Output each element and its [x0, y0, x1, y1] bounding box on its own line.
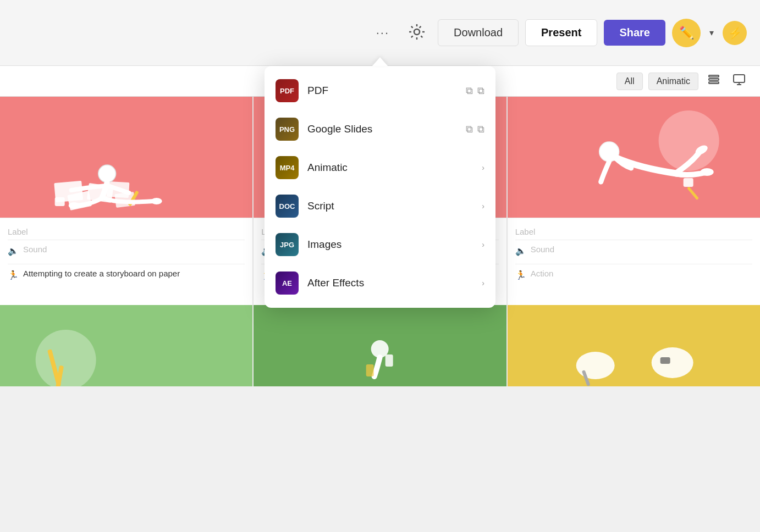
svg-rect-35: [660, 357, 670, 364]
card-3-sound: Sound: [531, 245, 554, 254]
after-effects-label: After Effects: [307, 277, 473, 289]
storyboard-card-3: Label 🔈 Sound 🏃 Action: [508, 97, 760, 305]
download-dropdown: PDFPDF⧉⧉PNGGoogle Slides⧉⧉MP4Animatic›DO…: [265, 66, 495, 308]
card-1-sound: Sound: [23, 245, 47, 254]
svg-point-32: [576, 352, 614, 379]
svg-rect-30: [385, 354, 393, 367]
script-right-controls: ›: [482, 202, 484, 210]
svg-point-23: [700, 168, 713, 176]
pdf-label: PDF: [307, 85, 457, 97]
user-avatar[interactable]: ✏️: [672, 19, 701, 47]
present-button[interactable]: Present: [525, 19, 597, 46]
svg-rect-14: [55, 197, 65, 206]
download-dropdown-overlay: PDFPDF⧉⧉PNGGoogle Slides⧉⧉MP4Animatic›DO…: [265, 66, 495, 308]
share-button[interactable]: Share: [604, 20, 665, 46]
pencil-icon: ✏️: [679, 26, 694, 40]
google-slides-copy-icon[interactable]: ⧉: [466, 124, 473, 135]
svg-point-34: [651, 347, 693, 378]
dropdown-arrow: [372, 57, 388, 66]
svg-rect-1: [709, 75, 719, 77]
animatic-chevron-icon: ›: [482, 163, 484, 172]
dropdown-items: PDFPDF⧉⧉PNGGoogle Slides⧉⧉MP4Animatic›DO…: [265, 71, 495, 302]
dots-icon: ···: [376, 26, 389, 40]
svg-rect-3: [709, 82, 719, 84]
animatic-file-icon: MP4: [276, 156, 299, 179]
google-slides-right-controls: ⧉⧉: [466, 124, 484, 135]
pdf-copy-icon[interactable]: ⧉: [466, 85, 473, 97]
images-right-controls: ›: [482, 240, 484, 249]
card-1-action-row: 🏃 Attempting to create a storyboard on p…: [8, 264, 245, 300]
google-slides-label: Google Slides: [307, 123, 457, 135]
lightning-icon: ⚡: [728, 26, 742, 40]
svg-point-13: [151, 198, 162, 204]
svg-rect-2: [709, 79, 719, 80]
card-1-label: Label: [8, 224, 245, 240]
images-label: Images: [307, 239, 473, 251]
card-3-action-row: 🏃 Action: [515, 264, 752, 300]
script-label: Script: [307, 200, 473, 212]
sound-icon-3: 🔈: [515, 246, 526, 256]
animatic-tab-button[interactable]: Animatic: [648, 73, 698, 90]
after-effects-file-icon: AE: [276, 271, 299, 295]
card-1-sound-row: 🔈 Sound: [8, 240, 245, 264]
list-icon: [707, 73, 720, 86]
action-icon-1: 🏃: [8, 270, 19, 280]
script-chevron-icon: ›: [482, 202, 484, 210]
card-3-label: Label: [515, 224, 752, 240]
bottom-card-1[interactable]: [0, 305, 252, 386]
storyboard-card-1: Label 🔈 Sound 🏃 Attempting to create a s…: [0, 97, 252, 305]
images-chevron-icon: ›: [482, 240, 484, 249]
svg-rect-4: [734, 75, 745, 82]
svg-point-26: [36, 330, 96, 386]
after-effects-right-controls: ›: [482, 279, 484, 287]
google-slides-file-icon: PNG: [276, 118, 299, 141]
after-effects-chevron-icon: ›: [482, 279, 484, 287]
list-view-button[interactable]: [704, 70, 724, 92]
chevron-down-icon[interactable]: ▾: [707, 25, 716, 40]
pdf-copy2-icon: ⧉: [477, 85, 484, 97]
images-file-icon: JPG: [276, 233, 299, 256]
svg-point-0: [414, 29, 420, 35]
dropdown-item-google-slides[interactable]: PNGGoogle Slides⧉⧉: [265, 110, 495, 148]
sound-icon-1: 🔈: [8, 246, 19, 256]
animatic-right-controls: ›: [482, 163, 484, 172]
bottom-card-2[interactable]: [254, 305, 506, 386]
google-slides-copy2-icon: ⧉: [477, 124, 484, 135]
svg-rect-25: [687, 186, 699, 200]
card-1-action: Attempting to create a storyboard on pap…: [23, 269, 180, 278]
svg-rect-24: [683, 178, 693, 187]
download-button[interactable]: Download: [438, 19, 519, 46]
bottom-card-3[interactable]: [508, 305, 760, 386]
gear-icon: [407, 22, 427, 42]
bottom-row: [0, 305, 760, 386]
card-3-action: Action: [531, 269, 554, 278]
dropdown-item-script[interactable]: DOCScript›: [265, 187, 495, 225]
dropdown-item-after-effects[interactable]: AEAfter Effects›: [265, 264, 495, 302]
svg-rect-31: [366, 364, 374, 376]
card-3-sound-row: 🔈 Sound: [515, 240, 752, 264]
card-1-meta: Label 🔈 Sound 🏃 Attempting to create a s…: [0, 218, 252, 305]
pdf-file-icon: PDF: [276, 79, 299, 102]
more-options-button[interactable]: ···: [370, 21, 396, 45]
dropdown-item-images[interactable]: JPGImages›: [265, 225, 495, 264]
pdf-right-controls: ⧉⧉: [466, 85, 484, 97]
card-3-image[interactable]: [508, 97, 760, 218]
chat-icon: [733, 73, 746, 86]
svg-point-12: [69, 202, 80, 209]
animatic-label: Animatic: [307, 162, 473, 174]
settings-button[interactable]: [403, 18, 431, 48]
dropdown-item-pdf[interactable]: PDFPDF⧉⧉: [265, 71, 495, 110]
card-1-image[interactable]: [0, 97, 252, 218]
chat-view-button[interactable]: [729, 70, 749, 92]
script-file-icon: DOC: [276, 195, 299, 218]
dropdown-item-animatic[interactable]: MP4Animatic›: [265, 148, 495, 187]
card-3-meta: Label 🔈 Sound 🏃 Action: [508, 218, 760, 305]
all-scenes-button[interactable]: All: [616, 73, 643, 90]
action-icon-3: 🏃: [515, 270, 526, 280]
header: ··· Download Present Share ✏️ ▾ ⚡: [0, 0, 760, 66]
lightning-button[interactable]: ⚡: [723, 21, 747, 45]
